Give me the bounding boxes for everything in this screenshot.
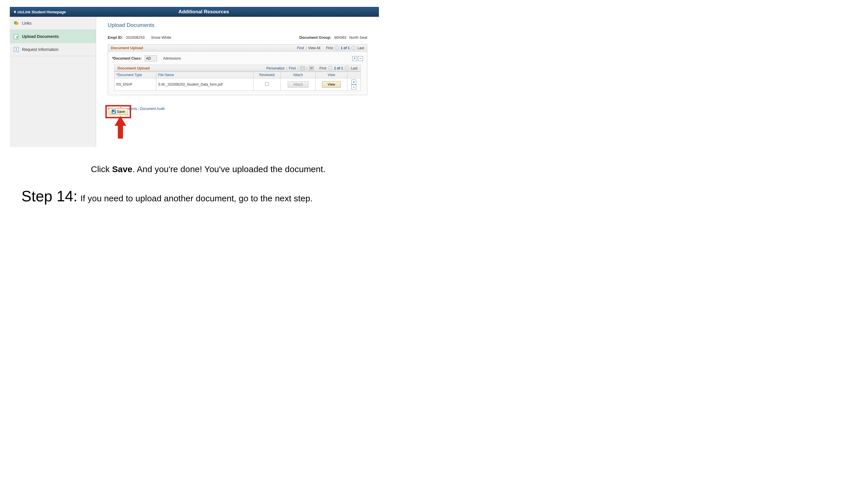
inner-section-title: Document Upload bbox=[118, 66, 150, 70]
instructions: Click Save. And you're done! You've uplo… bbox=[10, 164, 401, 205]
request-information-icon bbox=[14, 47, 19, 52]
col-reviewed[interactable]: Reviewed bbox=[253, 72, 281, 78]
view-button[interactable]: View bbox=[322, 81, 341, 88]
inner-next-button[interactable]: › bbox=[345, 66, 349, 70]
find-link-inner[interactable]: Find bbox=[289, 66, 296, 70]
document-class-label: *Document Class: bbox=[112, 56, 142, 61]
sidebar: Links Upload Documents Request Informati… bbox=[10, 17, 96, 147]
empl-id-value: 202006253 bbox=[126, 35, 145, 40]
last-label: Last bbox=[358, 46, 364, 50]
upload-documents-icon bbox=[14, 34, 19, 39]
document-upload-section: Document Upload Find | View All First ‹ … bbox=[108, 44, 367, 95]
sidebar-item-links[interactable]: Links bbox=[10, 17, 96, 30]
cell-doc-type: RS_ENVF bbox=[115, 78, 156, 91]
add-row-button[interactable]: + bbox=[352, 56, 357, 61]
save-label: Save bbox=[117, 110, 125, 114]
instr-line2: If you need to upload another document, … bbox=[81, 194, 313, 203]
arrow-annotation bbox=[116, 114, 124, 140]
header-title: Additional Resources bbox=[69, 9, 379, 15]
personalize-link[interactable]: Personalize bbox=[266, 66, 284, 70]
instr-save-word: Save bbox=[112, 164, 132, 174]
row-add-button[interactable]: + bbox=[351, 79, 356, 85]
doc-group-name: North Seat bbox=[349, 35, 367, 40]
main-content: Upload Documents Empl ID: 202006253 Snow… bbox=[96, 17, 379, 147]
col-attach[interactable]: Attach bbox=[280, 72, 315, 78]
sidebar-item-upload-documents[interactable]: Upload Documents bbox=[10, 30, 96, 43]
sidebar-item-label: Upload Documents bbox=[22, 34, 59, 39]
document-class-desc: Admissions bbox=[163, 56, 181, 61]
sidebar-item-label: Request Information bbox=[22, 47, 59, 52]
delete-row-button[interactable]: − bbox=[358, 56, 363, 61]
page-count: 1 of 1 bbox=[341, 46, 350, 50]
doc-group-code: WA063 bbox=[334, 35, 346, 40]
save-icon bbox=[112, 110, 116, 114]
inner-last: Last bbox=[351, 66, 358, 70]
view-all-link[interactable]: View All bbox=[308, 46, 320, 50]
chevron-left-icon bbox=[13, 10, 16, 13]
col-file-name[interactable]: File Name bbox=[156, 72, 253, 78]
attach-button[interactable]: Attach bbox=[288, 81, 309, 88]
col-doc-type[interactable]: *Document Type bbox=[115, 72, 156, 78]
empl-name: Snow White bbox=[151, 35, 171, 40]
table-row: RS_ENVF S.W._202006253_Student_Data_form… bbox=[115, 78, 361, 91]
next-button[interactable]: › bbox=[351, 46, 356, 50]
header-bar: ctcLink Student Homepage Additional Reso… bbox=[10, 7, 379, 17]
find-link[interactable]: Find bbox=[297, 46, 304, 50]
inner-count: 1 of 1 bbox=[334, 66, 343, 70]
document-audit-link[interactable]: Document Audit bbox=[140, 107, 165, 111]
instr-rest1: . And you're done! You've uploaded the d… bbox=[132, 164, 325, 174]
documents-table: *Document Type File Name Reviewed Attach… bbox=[114, 71, 361, 91]
sidebar-item-label: Links bbox=[22, 21, 32, 26]
inner-prev-button[interactable]: ‹ bbox=[328, 66, 332, 70]
step-label: Step 14: bbox=[22, 188, 78, 205]
col-view[interactable]: View bbox=[315, 72, 347, 78]
links-icon bbox=[14, 21, 19, 26]
empl-id-label: Empl ID: bbox=[108, 35, 123, 40]
cell-file-name: S.W._202006253_Student_Data_form.pdf bbox=[156, 78, 253, 91]
prev-button[interactable]: ‹ bbox=[335, 46, 339, 50]
section-title: Document Upload bbox=[111, 46, 143, 50]
instr-click: Click bbox=[91, 164, 112, 174]
back-label: ctcLink Student Homepage bbox=[18, 10, 66, 14]
download-icon[interactable] bbox=[309, 66, 314, 70]
document-class-input[interactable] bbox=[145, 56, 157, 61]
doc-group-label: Document Group: bbox=[299, 35, 332, 40]
back-button[interactable]: ctcLink Student Homepage bbox=[10, 10, 69, 14]
zoom-icon[interactable] bbox=[300, 66, 305, 70]
inner-first: First bbox=[319, 66, 326, 70]
sidebar-item-request-information[interactable]: Request Information bbox=[10, 43, 96, 56]
first-label: First bbox=[326, 46, 333, 50]
page-title: Upload Documents bbox=[108, 22, 367, 28]
row-delete-button[interactable]: − bbox=[351, 85, 356, 89]
reviewed-checkbox[interactable] bbox=[265, 82, 269, 86]
